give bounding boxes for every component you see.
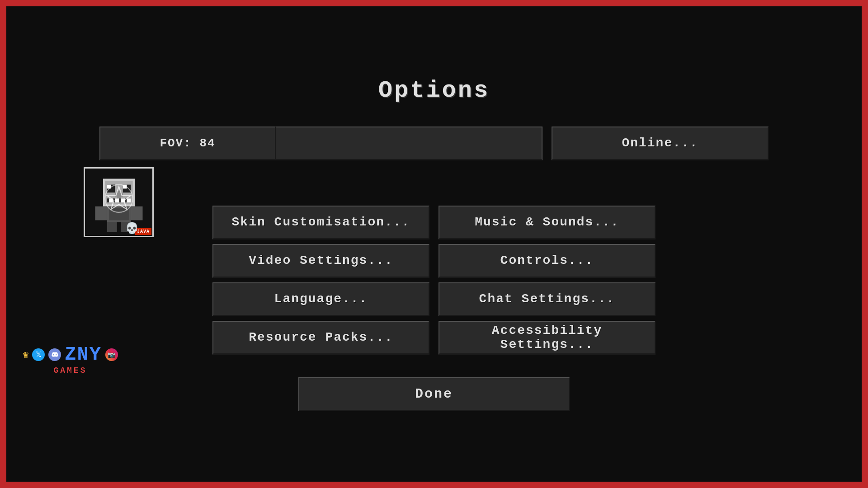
svg-rect-18 — [107, 222, 117, 232]
svg-rect-11 — [115, 198, 119, 202]
instagram-icon: 📷 — [105, 348, 118, 361]
skin-pixel-art — [87, 171, 151, 234]
logo-games-text: GAMES — [53, 366, 87, 375]
resource-packs-button[interactable]: Resource Packs... — [212, 321, 429, 355]
twitter-icon: 𝕏 — [32, 348, 45, 361]
online-button[interactable]: Online... — [552, 127, 769, 160]
row-skin-music: Skin Customisation... Music & Sounds... — [212, 206, 656, 239]
row-resource-accessibility: Resource Packs... Accessibility Settings… — [212, 321, 656, 355]
crown-icon: ♛ — [23, 349, 28, 361]
fov-button[interactable]: FOV: 84 — [99, 127, 276, 160]
music-sounds-button[interactable]: Music & Sounds... — [439, 206, 656, 239]
svg-rect-13 — [127, 198, 131, 202]
fov-slider-track[interactable] — [276, 127, 542, 160]
skin-image-container: JAVA 💀 — [84, 167, 154, 237]
discord-icon — [48, 348, 61, 361]
page-title: Options — [378, 77, 490, 104]
main-container: Options FOV: 84 Online... Skin Customisa… — [0, 0, 868, 488]
accessibility-settings-button[interactable]: Accessibility Settings... — [439, 321, 656, 355]
svg-rect-16 — [95, 206, 107, 220]
video-settings-button[interactable]: Video Settings... — [212, 244, 429, 278]
language-button[interactable]: Language... — [212, 282, 429, 316]
skin-customisation-button[interactable]: Skin Customisation... — [212, 206, 429, 239]
buttons-area: FOV: 84 Online... Skin Customisation... … — [99, 127, 769, 411]
done-button[interactable]: Done — [298, 377, 570, 411]
overlay-logo: ♛ 𝕏 ZNY 📷 GAMES — [23, 345, 118, 375]
fov-row: FOV: 84 — [99, 127, 542, 160]
row-language-chat: Language... Chat Settings... — [212, 282, 656, 316]
controls-button[interactable]: Controls... — [439, 244, 656, 278]
row-video-controls: Video Settings... Controls... — [212, 244, 656, 278]
row-fov-online: FOV: 84 Online... — [99, 127, 769, 165]
logo-zny-text: ZNY — [65, 345, 102, 364]
chat-settings-button[interactable]: Chat Settings... — [439, 282, 656, 316]
logo-icons-row: ♛ 𝕏 ZNY 📷 — [23, 345, 118, 364]
svg-rect-17 — [131, 206, 142, 220]
skull-badge: 💀 — [125, 222, 139, 235]
